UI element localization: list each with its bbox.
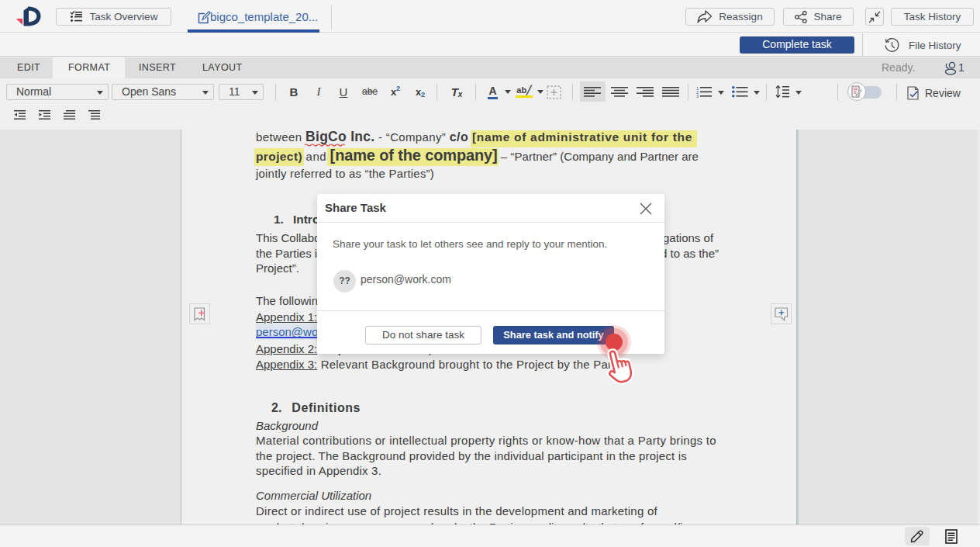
svg-text:3: 3: [696, 94, 699, 98]
